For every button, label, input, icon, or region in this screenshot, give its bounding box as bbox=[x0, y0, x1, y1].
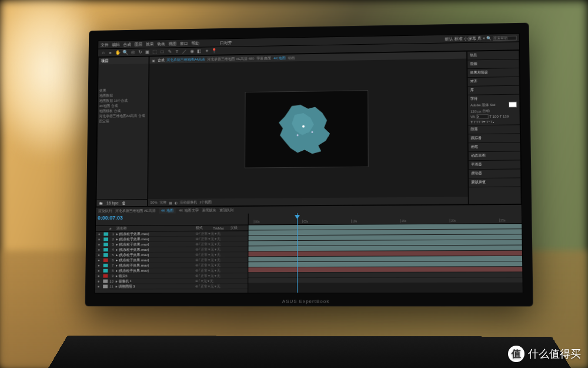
layer-switches[interactable]: ⊕/正常▾无▾无 bbox=[195, 263, 248, 268]
ws-small[interactable]: 小屏幕 bbox=[464, 35, 476, 41]
audio-panel[interactable]: 音频 bbox=[467, 59, 519, 69]
layer-switches[interactable]: ⊕/正常▾无▾无 bbox=[195, 273, 248, 279]
camera-value[interactable]: 活动摄像机 bbox=[180, 200, 197, 205]
font-size[interactable]: 120 px bbox=[470, 110, 481, 113]
orbit-tool-icon[interactable]: ◎ bbox=[130, 49, 136, 55]
color-tag[interactable] bbox=[103, 237, 108, 241]
zoom-tool-icon[interactable]: 🔍 bbox=[122, 49, 128, 55]
color-tag[interactable] bbox=[103, 264, 108, 267]
leading[interactable]: 自动 bbox=[482, 108, 489, 114]
sub-icon[interactable]: T₁ bbox=[490, 120, 494, 124]
comp-title[interactable]: 河北承德三维地图A4高清 bbox=[166, 57, 205, 62]
color-tag[interactable] bbox=[103, 258, 108, 262]
eraser-tool-icon[interactable]: ◧ bbox=[196, 48, 202, 54]
height-val[interactable]: T 139 bbox=[500, 115, 509, 118]
fill-swatch[interactable] bbox=[509, 102, 517, 108]
align-panel[interactable]: 对齐 bbox=[468, 77, 519, 87]
visibility-icon[interactable]: ● bbox=[95, 264, 102, 267]
layer-switches[interactable]: ⊕/正常▾无▾无 bbox=[196, 247, 248, 252]
camera-tool-icon[interactable]: ▣ bbox=[145, 49, 151, 55]
menu-anim[interactable]: 动画 bbox=[157, 41, 165, 47]
color-tag[interactable] bbox=[103, 248, 108, 251]
layer-switches[interactable]: ⊕/正常▾无▾无 bbox=[195, 257, 248, 263]
bit-depth[interactable]: 16 bpc bbox=[106, 201, 119, 205]
trash-icon[interactable]: 🗑 bbox=[122, 201, 126, 205]
tracker-panel[interactable]: 跟踪器 bbox=[469, 134, 520, 143]
ws-lib[interactable]: 库 bbox=[477, 35, 482, 41]
menu-effect[interactable]: 效果 bbox=[146, 41, 154, 47]
wiggler-panel[interactable]: 摆动器 bbox=[469, 169, 520, 178]
tl-tab-4[interactable]: 新闻版块 bbox=[202, 208, 216, 213]
tl-tab-5[interactable]: 置顶队列 bbox=[220, 207, 234, 213]
roto-tool-icon[interactable]: ✦ bbox=[204, 48, 210, 54]
comp-tab-2[interactable]: 字幕 曲面 bbox=[256, 56, 271, 61]
para-panel[interactable]: 段落 bbox=[468, 125, 520, 134]
snap-label[interactable]: 口对齐 bbox=[220, 40, 232, 46]
menu-file[interactable]: 文件 bbox=[101, 42, 109, 48]
layer-switches[interactable]: ⊕/正常▾无▾无 bbox=[195, 268, 248, 273]
hand-tool-icon[interactable]: ✋ bbox=[115, 49, 121, 55]
visibility-icon[interactable]: ● bbox=[95, 253, 102, 257]
search-input[interactable] bbox=[493, 35, 517, 41]
info-panel[interactable]: 信息 bbox=[467, 51, 519, 60]
time-ruler[interactable]: 00s 05s 10s 15s 20s 25s bbox=[249, 212, 522, 226]
visibility-icon[interactable]: ● bbox=[95, 274, 102, 278]
color-tag[interactable] bbox=[103, 243, 108, 246]
kern-input[interactable] bbox=[476, 114, 488, 119]
menu-comp[interactable]: 合成 bbox=[123, 42, 131, 48]
ws-standard[interactable]: 标准 bbox=[455, 36, 463, 42]
visibility-icon[interactable]: ● bbox=[96, 233, 103, 236]
comp-tab-1[interactable]: 河北承德三维地图 AE高清 480 bbox=[208, 56, 254, 62]
color-tag[interactable] bbox=[103, 285, 108, 289]
tl-tab-1[interactable]: 河北承德三维地图 AE高清 bbox=[115, 208, 155, 213]
lib-panel[interactable]: 库 bbox=[468, 86, 519, 95]
color-tag[interactable] bbox=[103, 274, 108, 278]
res-value[interactable]: 完整 bbox=[159, 200, 166, 205]
color-tag[interactable] bbox=[103, 233, 108, 236]
select-tool-icon[interactable]: ▸ bbox=[108, 50, 113, 56]
visibility-icon[interactable]: ● bbox=[95, 243, 102, 246]
text-tool-icon[interactable]: T bbox=[174, 49, 180, 55]
color-tag[interactable] bbox=[103, 280, 108, 283]
menu-layer[interactable]: 图层 bbox=[135, 41, 143, 47]
track-bar[interactable] bbox=[248, 277, 522, 283]
layer-list[interactable]: ●1▸ [线条粒子效果.mov]⊕/正常▾无▾无●2▸ [线条粒子效果.mov]… bbox=[95, 231, 248, 293]
menu-edit[interactable]: 编辑 bbox=[112, 42, 120, 48]
stamp-tool-icon[interactable]: ◉ bbox=[189, 48, 195, 54]
smoother-panel[interactable]: 平滑器 bbox=[469, 160, 520, 170]
layer-switches[interactable]: ⊕/正常▾无▾无 bbox=[195, 284, 248, 289]
puppet-tool-icon[interactable]: 📍 bbox=[211, 48, 217, 54]
visibility-icon[interactable]: ● bbox=[95, 269, 102, 273]
layer-switches[interactable]: ⊕/正常▾无▾无 bbox=[195, 252, 248, 257]
zoom-value[interactable]: 50% bbox=[151, 201, 158, 204]
viewer[interactable] bbox=[148, 59, 468, 200]
bold-icon[interactable]: T bbox=[470, 120, 473, 124]
brush-tool-icon[interactable]: ／ bbox=[182, 48, 188, 54]
color-tag[interactable] bbox=[103, 269, 108, 273]
pan-behind-icon[interactable]: ⬚ bbox=[152, 49, 158, 55]
menu-view[interactable]: 视图 bbox=[169, 41, 177, 47]
tl-tab-3[interactable]: 4K 地图 文字 bbox=[179, 208, 199, 213]
shape-tool-icon[interactable]: □ bbox=[159, 49, 165, 55]
layer-row[interactable]: ●11▸ 调整图层 3⊕/正常▾无▾无 bbox=[95, 284, 248, 289]
home-icon[interactable]: ⌂ bbox=[101, 50, 106, 56]
super-icon[interactable]: T¹ bbox=[486, 120, 490, 124]
italic-icon[interactable]: T bbox=[473, 120, 476, 124]
tl-tab-render[interactable]: 渲染队列 bbox=[98, 208, 112, 214]
rotate-tool-icon[interactable]: ↻ bbox=[137, 49, 143, 55]
color-tag[interactable] bbox=[103, 253, 108, 257]
playhead[interactable] bbox=[297, 213, 298, 293]
visibility-icon[interactable]: ● bbox=[95, 248, 102, 251]
pen-tool-icon[interactable]: ✎ bbox=[167, 49, 173, 55]
grid-icon[interactable]: ▦ bbox=[169, 200, 172, 204]
visibility-icon[interactable]: ● bbox=[95, 258, 102, 262]
more-icon[interactable]: » bbox=[483, 37, 485, 41]
width-val[interactable]: T 100 bbox=[489, 115, 499, 118]
comp-tab-3[interactable]: 4K 地图 bbox=[273, 55, 286, 61]
brush-panel[interactable]: 画笔 bbox=[469, 142, 520, 152]
flow-icon[interactable]: ▣ bbox=[152, 58, 155, 62]
visibility-icon[interactable]: ● bbox=[95, 280, 102, 283]
mask-icon[interactable]: ◐ bbox=[175, 200, 178, 204]
project-tree[interactable]: 效果 地图数据 地图数据 16个合成 4K地图 合成 地图模板 合成 河北承德三… bbox=[97, 64, 149, 200]
menu-window[interactable]: 窗口 bbox=[180, 41, 188, 47]
